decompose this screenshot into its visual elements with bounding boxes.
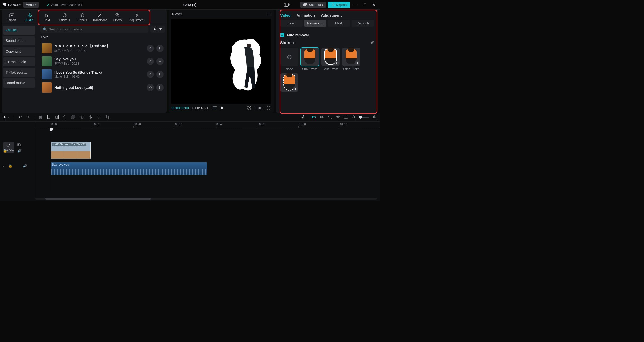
preview-track-icon[interactable] <box>17 143 21 146</box>
tab-transitions-label: Transitions <box>93 18 107 22</box>
search-field[interactable]: 🔍 <box>40 26 148 33</box>
reverse-tool[interactable] <box>80 115 84 119</box>
sidebar-item-sound-effects[interactable]: Sound effe... <box>3 36 35 45</box>
checkbox-checked-icon[interactable]: ✔ <box>280 33 284 37</box>
subtab-remove-bg[interactable]: Remove ... <box>304 20 327 27</box>
tab-text[interactable]: TI Text <box>38 12 56 24</box>
sidebar-item-copyright[interactable]: Copyright <box>3 47 35 56</box>
tab-filters[interactable]: Filters <box>109 11 126 24</box>
redo-button[interactable]: ↷ <box>26 115 30 119</box>
fullscreen-icon[interactable] <box>267 106 271 110</box>
delete-tool[interactable] <box>63 115 67 119</box>
favorite-button[interactable]: ☆ <box>147 58 154 65</box>
tab-stickers[interactable]: Stickers <box>56 11 73 24</box>
lock-icon[interactable]: 🔓 <box>3 149 7 153</box>
play-button[interactable] <box>221 106 224 110</box>
stroke-option-straight[interactable]: Strai...troke <box>301 48 319 71</box>
subtab-mask[interactable]: Mask <box>328 20 350 27</box>
copy-tool[interactable] <box>71 115 75 119</box>
speaker-icon[interactable]: 🔊 <box>23 164 27 168</box>
stroke-option-dashed[interactable]: ⬇ <box>280 73 298 93</box>
lock-icon[interactable]: 🔓 <box>8 164 12 168</box>
music-track-icon[interactable]: ♪ <box>3 164 5 168</box>
pointer-tool[interactable]: ▾ <box>3 115 9 119</box>
favorite-button[interactable]: ☆ <box>147 84 154 91</box>
tab-adjustment[interactable]: Adjustment <box>126 11 147 24</box>
shortcuts-button[interactable]: Shortcuts <box>300 2 326 8</box>
track-area[interactable]: 72664b42e5f21a73a992 Say love you <box>35 128 380 191</box>
player-menu-icon[interactable]: ☰ <box>267 12 270 16</box>
trim-right-tool[interactable] <box>55 115 59 119</box>
inspector-tab-adjustment[interactable]: Adjustment <box>321 13 342 17</box>
stroke-option-none[interactable]: ⊘ None <box>280 48 298 71</box>
reset-icon[interactable]: ↺ <box>371 41 374 45</box>
song-row[interactable]: Say love you 罗艺恒Elsa · 00:38 ☆ ＋ <box>40 55 165 68</box>
window-maximize-button[interactable]: ☐ <box>361 1 368 8</box>
zoom-in-icon[interactable] <box>373 115 377 119</box>
tab-audio[interactable]: Audio <box>21 11 38 24</box>
audio-icon <box>27 13 32 17</box>
magnet-track-icon[interactable] <box>320 115 325 119</box>
crop-tool[interactable] <box>105 115 109 119</box>
favorite-button[interactable]: ☆ <box>147 45 154 52</box>
window-minimize-button[interactable]: — <box>352 1 359 8</box>
timeline-scrollbar[interactable] <box>35 198 377 200</box>
sidebar-item-music[interactable]: Music <box>3 26 35 35</box>
align-icon[interactable] <box>336 115 340 119</box>
preview-cut-icon[interactable] <box>344 116 348 119</box>
search-input[interactable] <box>49 27 146 31</box>
player-stage[interactable] <box>171 19 271 104</box>
scrollbar-thumb[interactable] <box>45 198 151 200</box>
magnet-main-icon[interactable] <box>312 115 316 119</box>
stroke-option-offset[interactable]: ⬇ Offse...troke <box>342 48 360 71</box>
video-clip[interactable]: 72664b42e5f21a73a992 <box>51 142 91 159</box>
svg-marker-38 <box>81 116 83 118</box>
undo-button[interactable]: ↶ <box>19 115 22 119</box>
add-button[interactable]: ＋ <box>156 58 164 65</box>
inspector-tab-animation[interactable]: Animation <box>297 13 315 17</box>
download-button[interactable]: ⬇ <box>156 45 164 52</box>
song-row[interactable]: Ｖａｌｅｎｔｉｎｅ【Redone】 幸子小姐拜托了 · 03:15 ☆ ⬇ <box>40 42 165 55</box>
auto-removal-row[interactable]: ✔ Auto removal <box>280 33 374 37</box>
tab-import[interactable]: Import <box>3 12 21 24</box>
link-icon[interactable] <box>328 116 333 119</box>
zoom-out-icon[interactable] <box>352 115 356 119</box>
zoom-slider[interactable] <box>359 117 369 118</box>
subtab-basic[interactable]: Basic <box>280 20 303 27</box>
audio-clip[interactable]: Say love you <box>51 162 207 175</box>
menu-button[interactable]: Menu ▾ <box>23 2 39 8</box>
sidebar-item-brand-music[interactable]: Brand music <box>3 78 35 88</box>
split-tool[interactable] <box>39 115 43 119</box>
tab-effects[interactable]: Effects <box>73 11 91 24</box>
download-button[interactable]: ⬇ <box>156 84 164 91</box>
stroke-header[interactable]: Stroke ▴ ↺ <box>280 41 374 45</box>
rotate-tool[interactable] <box>97 115 101 119</box>
tab-transitions[interactable]: Transitions <box>91 11 109 24</box>
timeline-ruler[interactable]: 00:00 00:10 00:20 00:30 00:40 00:50 01:0… <box>35 122 380 128</box>
stroke-option-solid[interactable]: ⬇ Solid...troke <box>321 48 340 71</box>
filter-all-button[interactable]: All <box>150 26 165 33</box>
favorite-button[interactable]: ☆ <box>147 71 154 78</box>
export-button[interactable]: Export <box>328 2 350 8</box>
song-row[interactable]: Nothing but Love (Lofi) ☆ ⬇ <box>40 81 165 94</box>
layout-icon[interactable]: ▾ <box>284 1 291 8</box>
window-close-button[interactable]: ✕ <box>370 1 377 8</box>
sidebar-item-tiktok-sounds[interactable]: TikTok soun... <box>3 68 35 77</box>
tab-adjustment-label: Adjustment <box>129 18 144 22</box>
song-row[interactable]: I Love You So (Bonus Track) Maher Zain ·… <box>40 68 165 81</box>
subtab-retouch[interactable]: Retouch <box>352 20 374 27</box>
playhead[interactable] <box>51 128 51 191</box>
speaker-icon[interactable]: 🔊 <box>17 149 21 153</box>
trim-left-tool[interactable] <box>47 115 51 119</box>
eye-icon[interactable]: 👁 <box>11 149 14 153</box>
ratio-button[interactable]: Ratio <box>254 106 264 110</box>
timeline[interactable]: Cover 🔓 👁 🔊 ♪ 🔓 🔊 00:00 00:10 00:20 00:3… <box>0 122 380 201</box>
inspector-tab-video[interactable]: Video <box>280 13 291 17</box>
download-button[interactable]: ⬇ <box>156 71 164 78</box>
scan-icon[interactable] <box>247 106 251 110</box>
mirror-tool[interactable] <box>88 115 92 119</box>
mic-icon[interactable] <box>301 115 305 119</box>
list-icon[interactable] <box>213 106 217 109</box>
sidebar-item-extract-audio[interactable]: Extract audio <box>3 57 35 66</box>
export-icon <box>331 3 335 7</box>
